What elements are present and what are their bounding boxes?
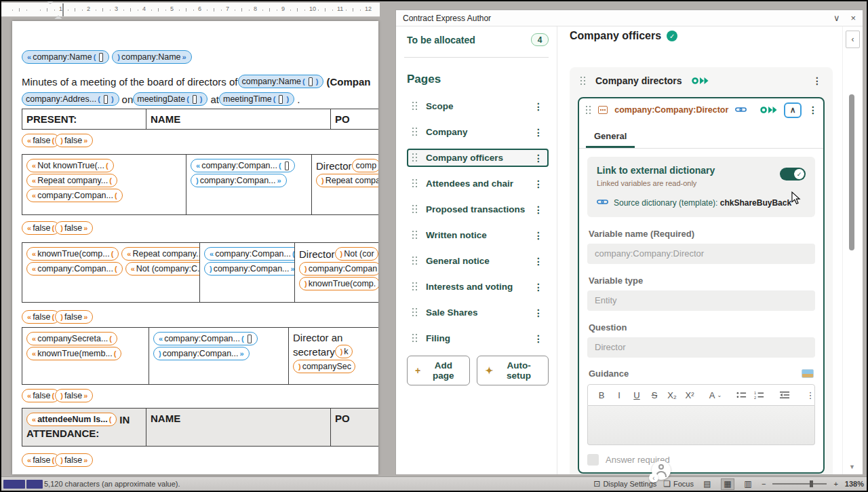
- pane-close-icon[interactable]: ×: [850, 13, 856, 23]
- text-color-button[interactable]: A⌄: [707, 387, 724, 403]
- drag-handle-icon[interactable]: [412, 282, 418, 291]
- collapse-card-button[interactable]: ∧: [784, 102, 802, 118]
- condition-pill[interactable]: )companySec: [293, 360, 355, 373]
- variable-pill[interactable]: )company:Compan...»: [153, 347, 250, 360]
- drag-handle-icon[interactable]: [412, 257, 418, 265]
- variable-pill[interactable]: «company:Compan...(: [204, 247, 295, 261]
- underline-button[interactable]: U: [629, 387, 645, 403]
- variable-pill[interactable]: «company:Compan...(: [191, 159, 295, 172]
- drag-handle-icon[interactable]: [580, 77, 586, 86]
- drag-handle-icon[interactable]: [412, 128, 418, 136]
- condition-pill[interactable]: )false»: [55, 221, 93, 235]
- tab-general[interactable]: General: [586, 128, 635, 148]
- add-page-button[interactable]: + Add page: [407, 356, 470, 385]
- page-item-kebab-icon[interactable]: ⋮: [534, 282, 543, 292]
- drag-handle-icon[interactable]: [412, 334, 418, 343]
- strikethrough-button[interactable]: S: [646, 387, 663, 403]
- scrollbar-thumb[interactable]: [849, 94, 854, 250]
- condition-pill[interactable]: )company:Compan: [299, 262, 378, 276]
- field-input-readonly[interactable]: company:Company:Director: [587, 244, 815, 264]
- zoom-slider[interactable]: [772, 483, 827, 485]
- condition-pill[interactable]: «false(: [22, 310, 60, 324]
- bold-button[interactable]: B: [593, 387, 610, 403]
- sidebar-item-attendees-and-chair[interactable]: Attendees and chair⋮: [407, 174, 549, 193]
- field-input-readonly[interactable]: Entity: [587, 290, 815, 311]
- sidebar-item-scope[interactable]: Scope⋮: [407, 97, 549, 115]
- page-item-kebab-icon[interactable]: ⋮: [534, 102, 543, 111]
- condition-pill[interactable]: «false(: [22, 389, 60, 402]
- condition-pill[interactable]: «company:Compan...(: [26, 189, 123, 202]
- condition-pill[interactable]: «false(: [22, 134, 60, 147]
- condition-pill[interactable]: )Not (cor: [335, 247, 378, 261]
- sidebar-item-company[interactable]: Company⋮: [407, 123, 549, 141]
- condition-pill[interactable]: comp: [352, 159, 378, 172]
- drag-handle-icon[interactable]: [412, 205, 418, 214]
- variable-pill[interactable]: )company:Compan...»: [204, 262, 295, 276]
- scroll-down-icon[interactable]: ▼: [849, 463, 855, 470]
- condition-pill[interactable]: «Repeat company...(: [121, 247, 200, 261]
- group-kebab-icon[interactable]: ⋮: [812, 76, 822, 86]
- variable-pill[interactable]: meetingTime(): [219, 92, 294, 106]
- variable-kebab-icon[interactable]: ⋮: [808, 105, 818, 115]
- zoom-in-icon[interactable]: +: [833, 480, 837, 488]
- condition-pill[interactable]: «Not (company:C...(: [125, 262, 200, 276]
- drag-handle-icon[interactable]: [586, 106, 591, 115]
- subscript-button[interactable]: X₂: [664, 387, 680, 403]
- page-item-kebab-icon[interactable]: ⋮: [534, 334, 543, 343]
- drag-handle-icon[interactable]: [412, 102, 418, 111]
- page-item-kebab-icon[interactable]: ⋮: [534, 257, 543, 266]
- superscript-button[interactable]: X²: [682, 387, 698, 403]
- condition-pill[interactable]: )k: [335, 345, 353, 358]
- condition-pill[interactable]: )false»: [55, 310, 93, 324]
- read-mode-icon[interactable]: ▤: [701, 478, 714, 490]
- more-button[interactable]: ⋮: [802, 387, 818, 403]
- drag-handle-icon[interactable]: [412, 231, 418, 240]
- condition-pill[interactable]: )knownTrue(comp.: [299, 277, 378, 290]
- document-page[interactable]: «company:Name()company:Name»Minutes of a…: [12, 21, 378, 474]
- field-input-readonly[interactable]: Director: [587, 337, 815, 358]
- web-layout-icon[interactable]: ▥: [741, 478, 755, 490]
- horizontal-ruler[interactable]: 123456789101112: [1, 3, 380, 17]
- link-toggle-on[interactable]: ✓: [780, 168, 806, 181]
- sidebar-item-interests-and-voting[interactable]: Interests and voting⋮: [407, 278, 549, 296]
- drag-handle-icon[interactable]: [412, 308, 418, 317]
- condition-pill[interactable]: «company:Compan...(: [26, 262, 123, 276]
- condition-pill[interactable]: «Repeat company...(: [26, 174, 117, 187]
- variable-pill[interactable]: company:Addres...(): [22, 92, 119, 106]
- print-layout-icon[interactable]: ▦: [721, 478, 734, 490]
- guidance-editor[interactable]: [587, 406, 815, 445]
- page-item-kebab-icon[interactable]: ⋮: [534, 153, 543, 163]
- sidebar-item-filing[interactable]: Filing⋮: [407, 329, 549, 347]
- answer-required-checkbox[interactable]: [587, 454, 599, 466]
- numbered-list-button[interactable]: 12: [751, 387, 767, 403]
- variable-pill[interactable]: «company:Compan...(: [153, 332, 258, 345]
- page-item-kebab-icon[interactable]: ⋮: [534, 205, 543, 214]
- condition-pill[interactable]: )Repeat compan: [316, 174, 378, 187]
- condition-pill[interactable]: «attendeeNum Is...(: [26, 413, 117, 426]
- variable-pill[interactable]: )company:Name»: [112, 50, 191, 64]
- drag-handle-icon[interactable]: [412, 153, 418, 162]
- pane-collapse-icon[interactable]: ∨: [833, 13, 840, 23]
- drag-handle-icon[interactable]: [412, 179, 418, 188]
- condition-pill[interactable]: «false(: [22, 453, 60, 467]
- to-be-allocated-row[interactable]: To be allocated 4: [407, 33, 549, 46]
- sidebar-item-company-officers[interactable]: Company officers⋮: [407, 149, 549, 167]
- sidebar-item-general-notice[interactable]: General notice⋮: [407, 252, 549, 270]
- condition-pill[interactable]: )false»: [55, 389, 93, 402]
- page-item-kebab-icon[interactable]: ⋮: [534, 179, 543, 189]
- bullet-list-button[interactable]: [733, 387, 749, 403]
- condition-pill[interactable]: )false»: [55, 134, 93, 147]
- variable-pill[interactable]: «company:Name(: [22, 50, 109, 64]
- zoom-out-icon[interactable]: −: [762, 480, 766, 488]
- auto-setup-button[interactable]: ✦ Auto-setup: [477, 356, 549, 385]
- condition-pill[interactable]: «companySecreta...(: [26, 332, 117, 345]
- zoom-slider-thumb[interactable]: [810, 480, 813, 487]
- sidebar-item-proposed-transactions[interactable]: Proposed transactions⋮: [407, 200, 549, 219]
- condition-pill[interactable]: «knownTrue(comp...(: [26, 247, 119, 261]
- page-item-kebab-icon[interactable]: ⋮: [534, 128, 543, 137]
- variable-pill[interactable]: company:Name(): [238, 75, 324, 88]
- decrease-indent-button[interactable]: [776, 387, 793, 403]
- display-settings-button[interactable]: ⊡ Display Settings: [593, 479, 656, 489]
- sidebar-item-sale-shares[interactable]: Sale Shares⋮: [407, 303, 549, 322]
- variable-pill[interactable]: )company:Compan...»: [191, 174, 287, 187]
